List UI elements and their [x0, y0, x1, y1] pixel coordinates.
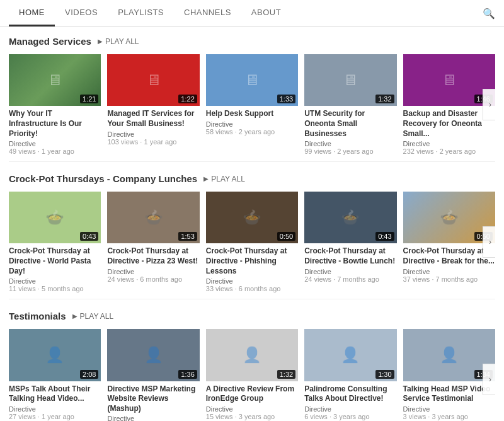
video-meta: 33 views · 6 months ago: [206, 285, 298, 292]
video-channel: Directive: [304, 405, 396, 413]
video-grid-managed-services: 🖥1:21Why Your IT Infrastructure Is Our P…: [9, 54, 495, 155]
video-thumbnail: 🍲0:50: [206, 192, 298, 243]
video-meta: 24 views · 7 months ago: [304, 275, 396, 283]
video-meta: 24 views · 6 months ago: [107, 275, 199, 283]
video-thumbnail: 🖥1:33: [206, 54, 298, 106]
section-divider: [9, 299, 495, 299]
thumbnail-icon: 🍲: [144, 209, 163, 226]
video-channel: Directive: [403, 140, 495, 147]
play-icon: ▶: [72, 313, 77, 320]
video-thumbnail: 🖥1:46: [403, 54, 495, 106]
video-card[interactable]: 🖥1:22Managed IT Services for Your Small …: [107, 54, 199, 155]
section-header-testimonials: Testimonials▶PLAY ALL: [9, 311, 495, 321]
thumbnail-icon: 🍲: [440, 209, 459, 226]
video-duration: 1:36: [178, 370, 197, 379]
video-title: Help Desk Support: [206, 109, 298, 119]
video-card[interactable]: 🍲0:43Crock-Pot Thursday at Directive - W…: [9, 192, 101, 292]
video-meta: 99 views · 2 years ago: [304, 147, 396, 155]
section-crock-pot: Crock-Pot Thursdays - Company Lunches▶PL…: [0, 164, 504, 302]
video-title: Crock-Pot Thursday at Directive - Pizza …: [107, 246, 199, 266]
next-arrow-button[interactable]: ›: [483, 89, 495, 120]
video-meta: 58 views · 2 years ago: [206, 128, 298, 136]
video-card[interactable]: 🍲0:43Crock-Pot Thursday at Directive - B…: [304, 192, 396, 292]
video-thumbnail: 👤2:08: [9, 329, 101, 381]
thumbnail-icon: 🍲: [341, 209, 360, 226]
play-all-crock-pot[interactable]: ▶PLAY ALL: [203, 175, 245, 183]
section-divider: [9, 161, 495, 162]
video-thumbnail: 🍲0:43: [304, 192, 396, 243]
video-duration: 1:21: [80, 95, 98, 103]
play-all-managed-services[interactable]: ▶PLAY ALL: [98, 37, 139, 46]
nav-videos[interactable]: VIDEOS: [55, 0, 108, 26]
thumbnail-icon: 👤: [440, 346, 459, 364]
thumbnail-icon: 🖥: [47, 71, 62, 89]
section-title-managed-services: Managed Services: [9, 36, 91, 47]
thumbnail-icon: 👤: [144, 346, 163, 364]
video-card[interactable]: 🍲1:53Crock-Pot Thursday at Directive - P…: [107, 192, 199, 292]
nav-about[interactable]: ABOUT: [241, 0, 291, 26]
video-thumbnail: 👤1:32: [206, 329, 298, 381]
next-arrow-button[interactable]: ›: [483, 226, 495, 258]
video-card[interactable]: 🍲0:50Crock-Pot Thursday at Directive - P…: [206, 192, 298, 292]
thumbnail-icon: 👤: [341, 346, 360, 364]
video-channel: Directive: [206, 405, 298, 413]
video-grid-testimonials: 👤2:08MSPs Talk About Their Talking Head …: [9, 329, 495, 421]
video-meta: 11 views · 5 months ago: [9, 285, 101, 292]
nav-channels[interactable]: CHANNELS: [174, 0, 241, 26]
video-thumbnail: 👤1:34: [403, 329, 495, 381]
section-header-crock-pot: Crock-Pot Thursdays - Company Lunches▶PL…: [9, 173, 495, 184]
section-title-crock-pot: Crock-Pot Thursdays - Company Lunches: [9, 173, 197, 184]
video-card[interactable]: 👤1:32A Directive Review From IronEdge Gr…: [206, 329, 298, 421]
video-channel: Directive: [206, 120, 298, 128]
video-duration: 2:08: [80, 370, 98, 379]
video-title: Why Your IT Infrastructure Is Our Priori…: [9, 109, 101, 139]
video-duration: 1:32: [277, 370, 295, 379]
video-card[interactable]: 🖥1:21Why Your IT Infrastructure Is Our P…: [9, 54, 101, 155]
thumbnail-icon: 🖥: [146, 71, 161, 89]
video-channel: Directive: [9, 405, 101, 413]
video-title: Palindrome Consulting Talks About Direct…: [304, 384, 396, 404]
video-meta: 27 views · 1 year ago: [9, 413, 101, 420]
thumbnail-icon: 🍲: [243, 209, 261, 226]
video-card[interactable]: 👤1:34Talking Head MSP Video Service Test…: [403, 329, 495, 421]
video-card[interactable]: 👤1:30Palindrome Consulting Talks About D…: [304, 329, 396, 421]
video-card[interactable]: 👤2:08MSPs Talk About Their Talking Head …: [9, 329, 101, 421]
sections-container: Managed Services▶PLAY ALL🖥1:21Why Your I…: [0, 27, 504, 421]
video-title: Talking Head MSP Video Service Testimoni…: [403, 384, 495, 404]
video-title: Directive MSP Marketing Website Reviews …: [107, 384, 199, 414]
section-title-testimonials: Testimonials: [9, 311, 66, 321]
video-channel: Directive: [9, 277, 101, 285]
video-duration: 1:32: [375, 95, 394, 103]
video-channel: Directive: [107, 415, 199, 421]
video-channel: Directive: [206, 277, 298, 285]
video-card[interactable]: 🍲0:50Crock-Pot Thursday at Directive - B…: [403, 192, 495, 292]
search-icon[interactable]: 🔍: [483, 8, 495, 20]
next-arrow-button[interactable]: ›: [483, 364, 495, 395]
video-card[interactable]: 🖥1:46Backup and Disaster Recovery for On…: [403, 54, 495, 155]
video-title: UTM Security for Oneonta Small Businesse…: [304, 109, 396, 139]
video-thumbnail: 🍲0:43: [9, 192, 101, 243]
video-channel: Directive: [304, 268, 396, 275]
video-meta: 37 views · 7 months ago: [403, 275, 495, 283]
thumbnail-icon: 🖥: [244, 71, 260, 89]
video-duration: 0:50: [277, 232, 295, 241]
video-meta: 6 views · 3 years ago: [304, 413, 396, 420]
video-channel: Directive: [304, 140, 396, 147]
video-card[interactable]: 🖥1:33Help Desk SupportDirective58 views …: [206, 54, 298, 155]
section-managed-services: Managed Services▶PLAY ALL🖥1:21Why Your I…: [0, 27, 504, 164]
video-meta: 3 views · 3 years ago: [403, 413, 495, 420]
video-thumbnail: 🖥1:22: [107, 54, 199, 106]
thumbnail-icon: 🖥: [343, 71, 358, 89]
video-meta: 49 views · 1 year ago: [9, 147, 101, 155]
play-all-testimonials[interactable]: ▶PLAY ALL: [72, 312, 114, 321]
nav-home[interactable]: HOME: [9, 0, 55, 26]
video-channel: Directive: [107, 268, 199, 275]
video-thumbnail: 👤1:30: [304, 329, 396, 381]
video-duration: 1:22: [178, 95, 197, 103]
video-duration: 1:33: [277, 95, 295, 103]
video-thumbnail: 🍲0:50: [403, 192, 495, 243]
video-meta: 103 views · 1 year ago: [107, 138, 199, 146]
nav-playlists[interactable]: PLAYLISTS: [108, 0, 174, 26]
video-card[interactable]: 👤1:36Directive MSP Marketing Website Rev…: [107, 329, 199, 421]
video-card[interactable]: 🖥1:32UTM Security for Oneonta Small Busi…: [304, 54, 396, 155]
